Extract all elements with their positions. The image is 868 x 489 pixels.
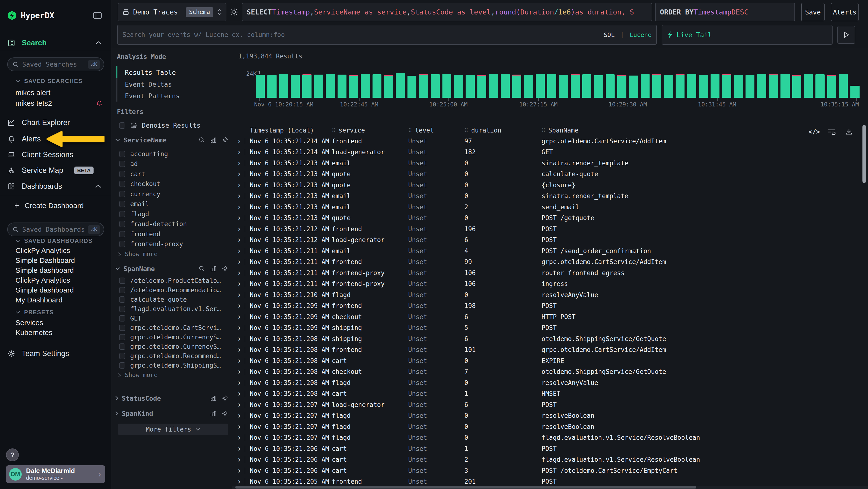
analysis-mode-results-table[interactable]: Results Table xyxy=(125,67,176,78)
histogram-bar[interactable] xyxy=(291,75,300,98)
show-more-button[interactable]: Show more xyxy=(112,249,232,259)
table-row[interactable]: ›Nov 6 10:35:21.207 AMflagdUnset0resolve… xyxy=(232,421,868,432)
histogram-bar[interactable] xyxy=(687,74,696,98)
drag-handle-icon[interactable]: ⠿ xyxy=(408,127,412,134)
facet-value-checkbox[interactable] xyxy=(119,278,125,284)
expand-row-icon[interactable]: › xyxy=(237,379,241,386)
more-filters-button[interactable]: More filters xyxy=(118,424,228,435)
histogram-bar[interactable] xyxy=(338,75,346,98)
sql-select-editor[interactable]: SELECT Timestamp, ServiceName as service… xyxy=(242,3,652,21)
facet-value-row[interactable]: grpc.oteldemo.CurrencyS… xyxy=(112,333,232,342)
sidebar-item-alerts[interactable]: Alerts xyxy=(0,132,111,146)
histogram-bar[interactable] xyxy=(559,75,568,98)
drag-handle-icon[interactable]: ⠿ xyxy=(541,127,546,134)
facet-value-checkbox[interactable] xyxy=(119,161,125,167)
bar-chart-icon[interactable] xyxy=(210,265,217,272)
histogram-bar[interactable] xyxy=(582,74,591,98)
facet-value-row[interactable]: grpc.oteldemo.CartServi… xyxy=(112,323,232,333)
expand-row-icon[interactable]: › xyxy=(237,214,241,222)
preset-item[interactable]: Kubernetes xyxy=(0,327,111,338)
pin-icon[interactable] xyxy=(222,137,228,143)
table-row[interactable]: ›Nov 6 10:35:21.213 AMemailUnset0sinatra… xyxy=(232,191,868,202)
table-row[interactable]: ›Nov 6 10:35:21.207 AMflagdUnset0flagd.e… xyxy=(232,432,868,443)
facet-value-row[interactable]: grpc.oteldemo.ShippingS… xyxy=(112,361,232,370)
expand-row-icon[interactable]: › xyxy=(237,170,241,178)
expand-row-icon[interactable]: › xyxy=(237,302,241,310)
expand-row-icon[interactable]: › xyxy=(237,280,241,287)
saved-dashboard-item[interactable]: Simple dashboard xyxy=(0,265,111,275)
histogram-bar[interactable] xyxy=(466,75,474,98)
facet-value-row[interactable]: ad xyxy=(112,159,232,169)
live-tail-button[interactable]: Live Tail xyxy=(661,25,833,45)
histogram-bar[interactable] xyxy=(652,74,661,98)
expand-row-icon[interactable]: › xyxy=(237,478,241,485)
histogram-bar[interactable] xyxy=(547,74,556,98)
chevron-up-icon[interactable] xyxy=(95,41,101,45)
histogram-bar[interactable] xyxy=(676,74,684,98)
histogram-bar[interactable] xyxy=(769,74,778,98)
table-row[interactable]: ›Nov 6 10:35:21.213 AMquoteUnset0POST /g… xyxy=(232,213,868,224)
saved-dashboard-item[interactable]: Simple Dashboard xyxy=(0,255,111,265)
histogram-bar[interactable] xyxy=(827,75,836,98)
histogram-bar[interactable] xyxy=(536,74,545,98)
expand-row-icon[interactable]: › xyxy=(237,467,241,474)
histogram-bar[interactable] xyxy=(361,74,370,98)
facet-value-row[interactable]: calculate-quote xyxy=(112,295,232,304)
histogram-bar[interactable] xyxy=(268,75,276,98)
facet-value-checkbox[interactable] xyxy=(119,343,125,350)
histogram-bar[interactable] xyxy=(629,76,638,98)
denoise-checkbox[interactable] xyxy=(119,122,125,128)
bar-chart-icon[interactable] xyxy=(210,137,217,143)
facet-value-checkbox[interactable] xyxy=(119,306,125,312)
column-header-timestamp[interactable]: Timestamp (Local) xyxy=(250,127,332,134)
expand-row-icon[interactable]: › xyxy=(237,225,241,233)
app-logo[interactable]: HyperDX xyxy=(7,10,54,20)
facet-value-checkbox[interactable] xyxy=(119,353,125,359)
histogram-bar[interactable] xyxy=(513,75,521,98)
column-header-service[interactable]: ⠿service xyxy=(332,127,408,134)
histogram-bar[interactable] xyxy=(489,74,498,98)
histogram-bar[interactable] xyxy=(850,86,859,98)
pin-icon[interactable] xyxy=(222,395,228,401)
create-dashboard-button[interactable]: Create Dashboard xyxy=(0,199,111,212)
table-row[interactable]: ›Nov 6 10:35:21.213 AMquoteUnset0calcula… xyxy=(232,169,868,180)
table-row[interactable]: ›Nov 6 10:35:21.207 AMflagdUnset0resolve… xyxy=(232,410,868,422)
facet-value-row[interactable]: frontend xyxy=(112,229,232,239)
table-row[interactable]: ›Nov 6 10:35:21.209 AMshippingUnset5POST xyxy=(232,322,868,334)
table-row[interactable]: ›Nov 6 10:35:21.213 AMemailUnset2send_em… xyxy=(232,202,868,213)
expand-row-icon[interactable]: › xyxy=(237,258,241,265)
facet-value-row[interactable]: accounting xyxy=(112,149,232,159)
histogram-bar[interactable] xyxy=(396,73,405,98)
expand-row-icon[interactable]: › xyxy=(237,346,241,353)
mode-sql-toggle[interactable]: SQL xyxy=(604,31,615,38)
histogram-bar[interactable] xyxy=(442,74,452,98)
histogram-bar[interactable] xyxy=(792,75,801,98)
facet-value-checkbox[interactable] xyxy=(119,181,125,187)
search-icon[interactable] xyxy=(199,265,205,272)
chevron-up-icon[interactable] xyxy=(95,185,101,188)
facet-value-checkbox[interactable] xyxy=(119,334,125,340)
denoise-results-option[interactable]: Denoise Results xyxy=(119,122,200,129)
sidebar-item-client-sessions[interactable]: Client Sessions xyxy=(0,148,111,162)
presets-header[interactable]: PRESETS xyxy=(16,309,54,316)
histogram-bar[interactable] xyxy=(407,76,416,98)
facet-value-row[interactable]: GET xyxy=(112,314,232,323)
histogram-bar[interactable] xyxy=(373,74,381,98)
expand-row-icon[interactable]: › xyxy=(237,423,241,430)
facet-header-statuscode[interactable]: StatusCode xyxy=(115,394,228,402)
expand-row-icon[interactable]: › xyxy=(237,313,241,320)
histogram-bar[interactable] xyxy=(711,74,719,98)
expand-row-icon[interactable]: › xyxy=(237,248,241,255)
histogram-bar[interactable] xyxy=(314,75,323,98)
table-row[interactable]: ›Nov 6 10:35:21.208 AMcartUnset0EXPIRE xyxy=(232,355,868,366)
download-icon[interactable] xyxy=(844,127,854,137)
expand-row-icon[interactable]: › xyxy=(237,401,241,408)
sidebar-item-search[interactable]: Search xyxy=(0,36,111,50)
histogram-bar[interactable] xyxy=(571,74,580,98)
table-row[interactable]: ›Nov 6 10:35:21.208 AMflagdUnset0resolve… xyxy=(232,377,868,389)
table-row[interactable]: ›Nov 6 10:35:21.214 AMfrontendUnset97grp… xyxy=(232,136,868,147)
save-button[interactable]: Save xyxy=(801,3,825,21)
horizontal-scrollbar[interactable] xyxy=(235,486,696,489)
wrap-lines-icon[interactable] xyxy=(827,127,837,137)
run-query-button[interactable] xyxy=(837,26,855,44)
